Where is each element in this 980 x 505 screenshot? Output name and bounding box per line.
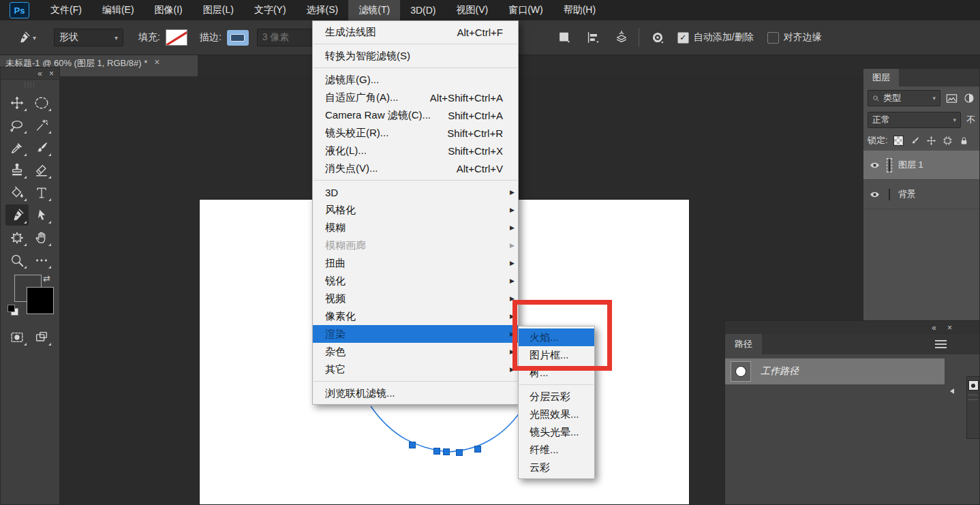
close-panel-icon[interactable]: × (49, 70, 54, 78)
menubar-item[interactable]: 文字(Y) (244, 0, 296, 20)
menu-item[interactable]: 锐化▶ (313, 272, 518, 290)
close-panel-icon[interactable]: × (947, 324, 952, 332)
tool-pen-icon[interactable] (5, 204, 29, 226)
tool-screen-mode-icon[interactable] (30, 326, 53, 348)
menu-item[interactable]: Camera Raw 滤镜(C)...Shift+Ctrl+A (313, 106, 518, 124)
blend-mode-select[interactable]: 正常▾ (868, 112, 961, 128)
visibility-eye-icon[interactable] (869, 159, 881, 171)
layer-thumbnail[interactable] (887, 158, 892, 172)
tool-hand-icon[interactable] (30, 227, 53, 248)
path-operations-icon[interactable] (557, 30, 572, 45)
menubar-item[interactable]: 3D(D) (400, 0, 446, 20)
menu-item[interactable]: 分层云彩 (519, 388, 594, 405)
tool-clone-stamp-icon[interactable] (5, 159, 29, 181)
menu-item[interactable]: 视频▶ (313, 290, 518, 307)
tool-preset-caret-icon[interactable]: ▾ (33, 34, 36, 42)
menu-item[interactable]: 消失点(V)...Alt+Ctrl+V (313, 159, 518, 177)
clone-stamp-icon (10, 163, 25, 178)
lock-paint-icon[interactable] (910, 136, 920, 146)
screen-mode-icon (34, 330, 49, 345)
path-name[interactable]: 工作路径 (761, 365, 799, 378)
fill-swatch[interactable] (166, 29, 187, 46)
lock-all-icon[interactable] (959, 136, 969, 146)
lock-transparent-icon[interactable] (893, 136, 904, 146)
align-icon[interactable] (585, 30, 600, 45)
menubar-item[interactable]: 图像(I) (144, 0, 193, 20)
menu-item[interactable]: 光照效果... (519, 405, 594, 423)
menu-item[interactable]: 生成法线图Alt+Ctrl+F (313, 23, 518, 41)
panel-grip[interactable]: |||| (1, 80, 59, 89)
menubar-item[interactable]: 滤镜(T) (348, 0, 400, 20)
pen-tool-preset-icon[interactable] (16, 31, 31, 45)
align-edges-checkbox[interactable] (767, 32, 779, 44)
lock-paint-icon (910, 136, 920, 146)
panel-edge-arrow-icon[interactable] (950, 388, 954, 394)
docked-panel-edge[interactable] (966, 376, 980, 439)
background-color-swatch[interactable] (27, 287, 54, 314)
tool-brush-icon[interactable] (30, 137, 53, 158)
collapse-panel-icon[interactable]: « (37, 70, 42, 78)
menu-item[interactable]: 浏览联机滤镜... (313, 384, 518, 402)
menu-item[interactable]: 滤镜库(G)... (313, 71, 518, 89)
path-row[interactable]: 工作路径 (725, 358, 945, 384)
menu-item[interactable]: 自适应广角(A)...Alt+Shift+Ctrl+A (313, 89, 518, 106)
hamburger-menu-icon[interactable] (935, 340, 947, 348)
tool-eyedropper-icon[interactable] (5, 137, 29, 158)
menu-item[interactable]: 镜头光晕... (519, 423, 594, 441)
menubar-item[interactable]: 选择(S) (296, 0, 349, 20)
default-colors-icon[interactable] (7, 305, 17, 314)
tool-paint-bucket-icon[interactable] (5, 182, 29, 203)
menu-item[interactable]: 风格化▶ (313, 201, 518, 219)
tool-zoom-icon[interactable] (5, 249, 29, 271)
menu-item[interactable]: 云彩 (519, 459, 594, 476)
menu-item[interactable]: 模糊▶ (313, 219, 518, 236)
tab-layers[interactable]: 图层 (863, 69, 899, 87)
menu-item[interactable]: 镜头校正(R)...Shift+Ctrl+R (313, 124, 518, 142)
tool-custom-shape-icon[interactable] (5, 227, 29, 248)
tool-type-icon[interactable] (30, 182, 53, 203)
menu-item[interactable]: 其它▶ (313, 361, 518, 378)
menubar-item[interactable]: 图层(L) (193, 0, 244, 20)
image-filter-icon[interactable] (945, 92, 958, 105)
stroke-swatch[interactable] (227, 30, 249, 46)
menu-item[interactable]: 渲染▶ (313, 325, 518, 343)
auto-add-delete-checkbox[interactable] (677, 32, 689, 44)
menubar-item[interactable]: 帮助(H) (553, 0, 606, 20)
tool-direct-selection-icon[interactable] (30, 204, 53, 226)
menubar-item[interactable]: 视图(V) (446, 0, 498, 20)
tool-ellipse-marquee-icon[interactable] (30, 92, 53, 113)
tab-paths[interactable]: 路径 (725, 334, 762, 354)
gear-icon[interactable] (650, 30, 665, 45)
layer-row[interactable]: 背景 (863, 180, 979, 209)
menu-item[interactable]: 杂色▶ (313, 343, 518, 361)
tab-close-icon[interactable]: × (154, 57, 159, 67)
layer-name[interactable]: 背景 (898, 188, 916, 200)
tool-eraser-icon[interactable] (30, 159, 53, 181)
tool-ellipsis-icon[interactable] (30, 249, 53, 271)
tool-lasso-icon[interactable] (5, 114, 29, 136)
tool-magic-wand-icon[interactable] (30, 114, 53, 136)
arrange-icon[interactable] (614, 30, 629, 45)
visibility-eye-icon[interactable] (869, 189, 881, 200)
collapse-panel-icon[interactable]: « (932, 324, 936, 332)
tool-quick-mask-icon[interactable] (5, 326, 29, 348)
adjustment-filter-icon[interactable] (963, 92, 975, 104)
menubar-item[interactable]: 窗口(W) (498, 0, 553, 20)
layer-name[interactable]: 图层 1 (898, 159, 923, 171)
layer-thumbnail[interactable] (887, 187, 892, 202)
layer-filter-select[interactable]: 类型 ▾ (868, 90, 940, 106)
menu-item[interactable]: 液化(L)...Shift+Ctrl+X (313, 142, 518, 159)
swap-colors-icon[interactable]: ⇄ (43, 273, 50, 284)
menubar-item[interactable]: 编辑(E) (92, 0, 144, 20)
lock-artboard-icon[interactable] (943, 136, 953, 146)
menubar-item[interactable]: 文件(F) (40, 0, 92, 20)
menu-item[interactable]: 3D▶ (313, 183, 518, 201)
tool-move-icon[interactable] (5, 92, 29, 113)
menu-item[interactable]: 转换为智能滤镜(S) (313, 47, 518, 65)
layer-row[interactable]: 图层 1 (863, 151, 979, 180)
lock-move-icon[interactable] (926, 136, 936, 146)
shape-mode-select[interactable]: 形状▾ (54, 29, 123, 46)
menu-item[interactable]: 纤维... (519, 441, 594, 459)
menu-item[interactable]: 像素化▶ (313, 307, 518, 325)
menu-item[interactable]: 扭曲▶ (313, 254, 518, 272)
